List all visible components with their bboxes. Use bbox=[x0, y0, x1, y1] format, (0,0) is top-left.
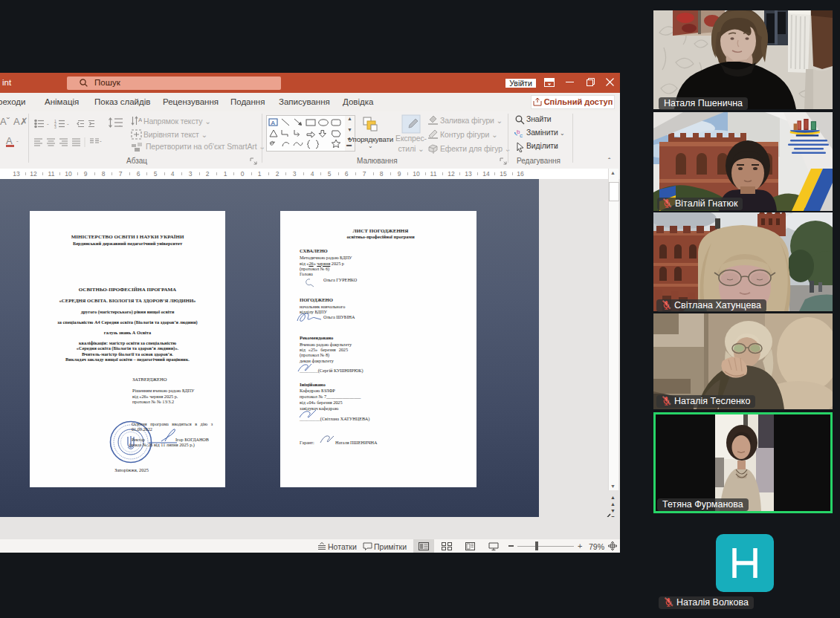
svg-text:A: A bbox=[138, 117, 142, 123]
svg-text:3: 3 bbox=[54, 125, 56, 129]
svg-text:ˇ: ˇ bbox=[47, 123, 49, 129]
svg-text:A: A bbox=[271, 120, 276, 126]
svg-text:c: c bbox=[520, 132, 523, 138]
svg-text:ˇ: ˇ bbox=[67, 123, 69, 129]
svg-text:ˇ: ˇ bbox=[100, 140, 102, 146]
svg-text:ˇ: ˇ bbox=[119, 124, 121, 129]
